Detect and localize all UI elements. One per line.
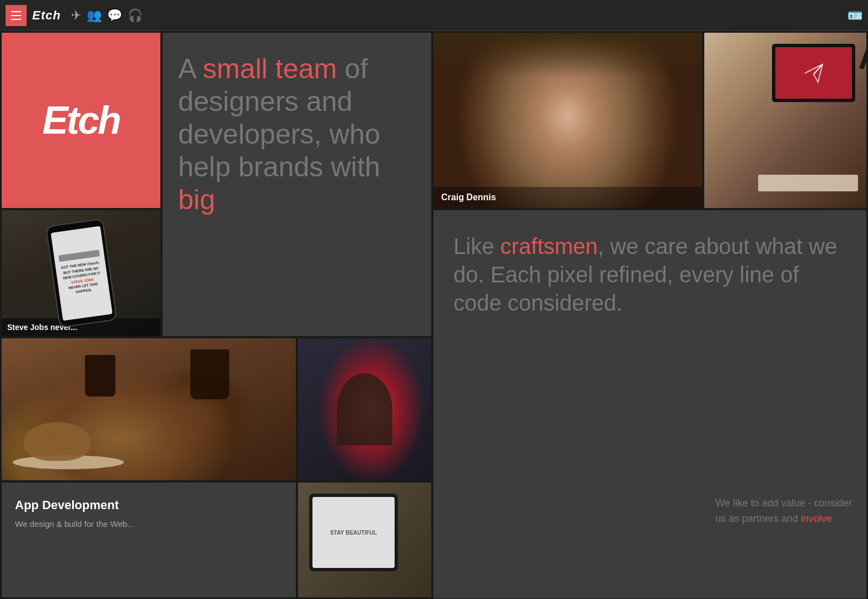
team-photo-block[interactable] <box>298 338 431 480</box>
craig-caption: Craig Dennis <box>433 187 702 208</box>
chat-icon[interactable]: 💬 <box>107 8 122 23</box>
desk-photo-block[interactable] <box>704 33 866 208</box>
tagline-text: A small team of designers and developers… <box>178 53 416 216</box>
value-highlight: involve <box>801 513 832 524</box>
appdev-desc: We design & build for the Web... <box>15 518 282 531</box>
card-icon[interactable]: 🪪 <box>847 8 862 23</box>
craig-photo-block[interactable]: Craig Dennis <box>433 33 702 208</box>
etch-logo-text: Etch <box>42 98 120 143</box>
coffee-photo-block[interactable] <box>2 338 296 480</box>
tagline-highlight-small-team: small team <box>203 53 337 84</box>
craftsmen-highlight: craftsmen <box>501 234 598 258</box>
brand-logo[interactable]: Etch <box>32 8 61 23</box>
value-text: We like to add value - consider us as pa… <box>715 496 855 527</box>
tagline-highlight-big: big <box>178 184 215 215</box>
person-icon[interactable]: ✈ <box>71 8 81 23</box>
group-icon[interactable]: 👥 <box>87 8 102 23</box>
appdev-title: App Development <box>15 498 282 512</box>
jobs-phone-block[interactable]: GOT THE NEW iTouch, BUT THERE ARE NO NEW… <box>2 210 160 336</box>
craftsmen-text: Like craftsmen, we care about what we do… <box>453 232 846 318</box>
value-text-block: We like to add value - consider us as pa… <box>704 483 866 597</box>
tablet-photo-block[interactable]: STAY BEAUTIFUL <box>298 483 431 597</box>
headphone-icon[interactable]: 🎧 <box>128 8 143 23</box>
logo-block: Etch <box>2 33 160 208</box>
tagline-block: A small team of designers and developers… <box>163 33 431 336</box>
hamburger-button[interactable] <box>6 5 27 26</box>
appdev-block: App Development We design & build for th… <box>2 483 296 597</box>
navbar: Etch ✈ 👥 💬 🎧 🪪 <box>0 0 868 31</box>
